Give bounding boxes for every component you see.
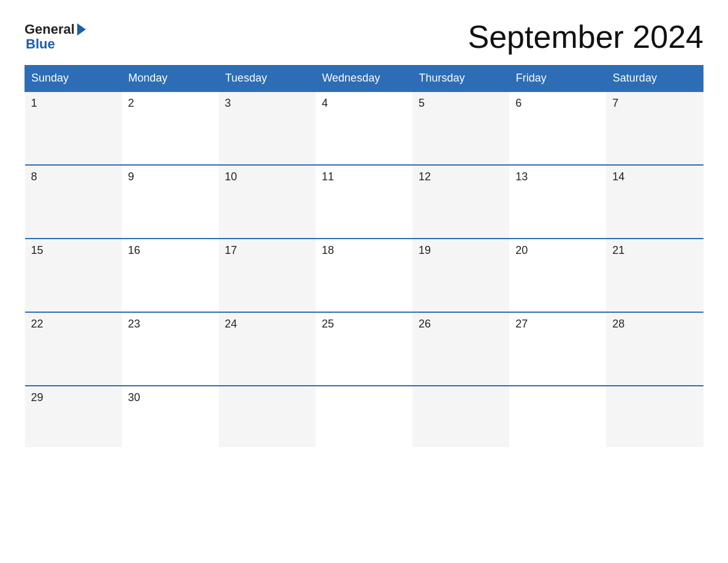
logo-general-text: General: [25, 22, 75, 37]
col-tuesday: Tuesday: [219, 66, 316, 92]
calendar-cell-w4-d4: 25: [316, 312, 412, 386]
calendar-title: September 2024: [468, 18, 704, 55]
day-number: 23: [128, 318, 140, 330]
calendar-cell-w4-d1: 22: [25, 312, 122, 386]
week-row-1: 1234567: [25, 91, 703, 165]
calendar-cell-w2-d5: 12: [412, 165, 509, 239]
calendar-cell-w2-d1: 8: [25, 165, 122, 239]
logo: General Blue: [25, 22, 86, 52]
week-row-5: 2930: [25, 386, 703, 447]
calendar-header-row: Sunday Monday Tuesday Wednesday Thursday…: [25, 66, 703, 92]
calendar-cell-w1-d7: 7: [606, 91, 703, 165]
calendar-cell-w5-d3: [219, 386, 316, 447]
day-number: 7: [612, 97, 618, 109]
day-number: 14: [612, 170, 624, 183]
calendar-cell-w1-d3: 3: [219, 91, 316, 165]
day-number: 11: [322, 170, 334, 183]
day-number: 16: [128, 244, 140, 256]
day-number: 9: [128, 170, 134, 183]
calendar-cell-w2-d4: 11: [316, 165, 412, 239]
calendar-cell-w4-d5: 26: [412, 312, 509, 386]
calendar-cell-w4-d7: 28: [606, 312, 703, 386]
calendar-cell-w5-d4: [316, 386, 412, 447]
calendar-cell-w5-d6: [509, 386, 606, 447]
calendar-cell-w3-d4: 18: [316, 239, 412, 312]
calendar-cell-w3-d5: 19: [412, 239, 509, 312]
day-number: 21: [612, 244, 624, 256]
col-monday: Monday: [122, 66, 219, 92]
calendar-cell-w2-d7: 14: [606, 165, 703, 239]
day-number: 30: [128, 391, 140, 404]
day-number: 1: [31, 97, 37, 109]
day-number: 22: [31, 318, 44, 330]
col-saturday: Saturday: [606, 66, 703, 92]
day-number: 6: [515, 97, 521, 109]
calendar-cell-w4-d3: 24: [219, 312, 316, 386]
day-number: 18: [322, 244, 334, 256]
calendar-cell-w4-d6: 27: [509, 312, 606, 386]
calendar-cell-w4-d2: 23: [122, 312, 219, 386]
col-thursday: Thursday: [412, 66, 509, 92]
calendar-cell-w1-d2: 2: [122, 91, 219, 165]
day-number: 20: [515, 244, 528, 256]
logo-blue-text: Blue: [26, 37, 55, 52]
page-header: General Blue September 2024: [25, 18, 703, 55]
day-number: 12: [419, 170, 431, 183]
day-number: 27: [515, 318, 528, 330]
calendar-table: Sunday Monday Tuesday Wednesday Thursday…: [25, 65, 703, 447]
day-number: 25: [322, 318, 334, 330]
calendar-cell-w5-d1: 29: [25, 386, 122, 447]
col-wednesday: Wednesday: [316, 66, 412, 92]
calendar-cell-w3-d2: 16: [122, 239, 219, 312]
day-number: 29: [31, 391, 44, 404]
calendar-cell-w5-d5: [412, 386, 509, 447]
calendar-cell-w5-d7: [606, 386, 703, 447]
calendar-cell-w2-d6: 13: [509, 165, 606, 239]
calendar-cell-w1-d1: 1: [25, 91, 122, 165]
day-number: 8: [31, 170, 37, 183]
week-row-4: 22232425262728: [25, 312, 703, 386]
calendar-cell-w3-d7: 21: [606, 239, 703, 312]
day-number: 3: [225, 97, 231, 109]
calendar-cell-w3-d1: 15: [25, 239, 122, 312]
day-number: 28: [612, 318, 624, 330]
day-number: 19: [419, 244, 431, 256]
day-number: 13: [515, 170, 528, 183]
day-number: 4: [322, 97, 328, 109]
calendar-cell-w1-d4: 4: [316, 91, 412, 165]
week-row-3: 15161718192021: [25, 239, 703, 312]
calendar-cell-w5-d2: 30: [122, 386, 219, 447]
calendar-cell-w1-d6: 6: [509, 91, 606, 165]
day-number: 17: [225, 244, 237, 256]
calendar-cell-w3-d6: 20: [509, 239, 606, 312]
calendar-cell-w3-d3: 17: [219, 239, 316, 312]
calendar-cell-w2-d2: 9: [122, 165, 219, 239]
calendar-cell-w2-d3: 10: [219, 165, 316, 239]
col-sunday: Sunday: [25, 66, 122, 92]
day-number: 15: [31, 244, 44, 256]
week-row-2: 891011121314: [25, 165, 703, 239]
logo-triangle-icon: [77, 23, 86, 36]
day-number: 10: [225, 170, 237, 183]
day-number: 24: [225, 318, 237, 330]
calendar-cell-w1-d5: 5: [412, 91, 509, 165]
day-number: 26: [419, 318, 431, 330]
col-friday: Friday: [509, 66, 606, 92]
day-number: 5: [419, 97, 425, 109]
day-number: 2: [128, 97, 134, 109]
